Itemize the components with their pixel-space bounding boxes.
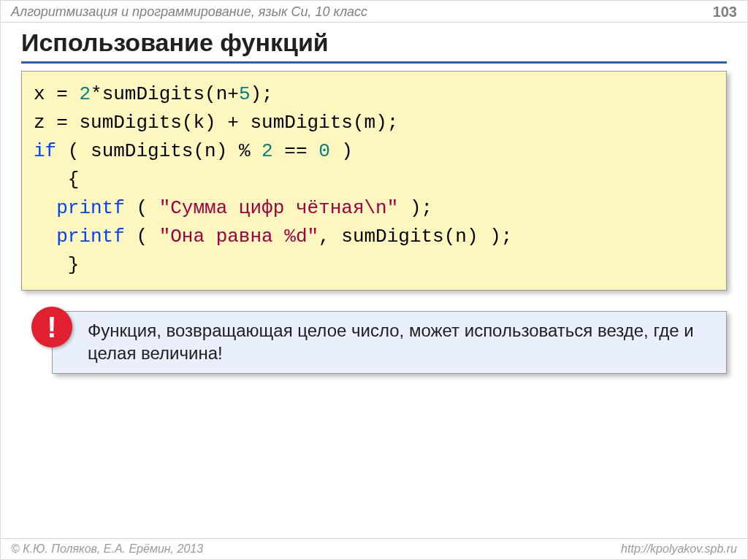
footer-left: © К.Ю. Поляков, Е.А. Ерёмин, 2013: [11, 542, 203, 556]
slide-header: Алгоритмизация и программирование, язык …: [1, 1, 747, 23]
slide: Алгоритмизация и программирование, язык …: [0, 0, 748, 560]
page-number: 103: [713, 4, 737, 20]
code-block: x = 2*sumDigits(n+5); z = sumDigits(k) +…: [21, 71, 727, 291]
footer-right: http://kpolyakov.spb.ru: [621, 542, 737, 556]
exclamation-icon: !: [31, 307, 72, 348]
code-text: x = 2*sumDigits(n+5); z = sumDigits(k) +…: [34, 83, 512, 276]
slide-title: Использование функций: [1, 23, 747, 61]
header-left: Алгоритмизация и программирование, язык …: [11, 4, 367, 20]
note-text: Функция, возвращающая целое число, может…: [88, 321, 694, 363]
title-rule: [21, 61, 727, 64]
slide-footer: © К.Ю. Поляков, Е.А. Ерёмин, 2013 http:/…: [1, 538, 747, 559]
code-block-wrap: x = 2*sumDigits(n+5); z = sumDigits(k) +…: [21, 71, 727, 291]
note-wrap: ! Функция, возвращающая целое число, мож…: [52, 311, 727, 374]
note-box: Функция, возвращающая целое число, может…: [52, 311, 727, 374]
